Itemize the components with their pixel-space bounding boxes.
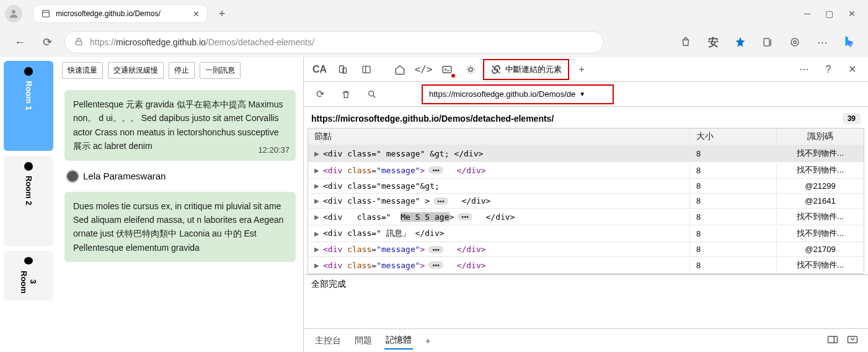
one-message-button[interactable]: 一則訊息 — [200, 62, 241, 79]
col-id: 識別碼 — [777, 129, 864, 145]
address-bar: ← ⟳ https://microsoftedge.github.io/Demo… — [0, 27, 868, 57]
cell-size: 8 — [690, 194, 777, 208]
expander-icon[interactable]: ▶ — [314, 167, 319, 174]
table-row[interactable]: ▶<div class="message">••• </div>8@21709 — [308, 242, 864, 257]
avatar-icon — [67, 171, 78, 182]
table-row[interactable]: ▶<div class=" 訊息」 </div>8找不到物件... — [308, 225, 864, 242]
extensions-icon[interactable] — [786, 34, 804, 51]
welcome-tab-icon[interactable] — [389, 58, 411, 81]
svg-rect-3 — [764, 38, 769, 46]
room-tab-2[interactable]: Room 2 — [4, 156, 53, 246]
fast-traffic-button[interactable]: 快速流量 — [62, 62, 103, 79]
drawer-issues-tab[interactable]: 問題 — [353, 333, 373, 349]
expander-icon[interactable]: ▶ — [314, 197, 319, 204]
maximize-button[interactable]: ▢ — [825, 9, 833, 19]
ellipsis-pill[interactable]: ••• — [428, 261, 443, 269]
tab-title: microsoftedge.github.io/Demos/ — [56, 9, 188, 18]
sources-tab-icon[interactable] — [459, 58, 482, 81]
cell-size: 8 — [690, 163, 777, 178]
window-controls: ─ ▢ ✕ — [804, 9, 863, 19]
url-text: https://microsoftedge.github.io/Demos/de… — [90, 37, 314, 47]
status-dot-icon — [24, 162, 33, 171]
bing-button[interactable] — [841, 34, 858, 51]
profile-avatar[interactable] — [5, 5, 22, 22]
detached-body: https://microsoftedge.github.io/Demos/de… — [304, 107, 868, 328]
new-tab-button[interactable]: + — [212, 4, 232, 24]
drawer-tabs: 主控台 問題 記憶體 + — [304, 328, 868, 352]
titlebar: microsoftedge.github.io/Demos/ ✕ + ─ ▢ ✕ — [0, 0, 868, 27]
search-icon[interactable] — [361, 83, 383, 106]
drawer-memory-tab[interactable]: 記憶體 — [384, 332, 413, 350]
expander-icon[interactable]: ▶ — [314, 183, 319, 189]
dock-icon[interactable] — [827, 335, 838, 346]
back-button[interactable]: ← — [10, 32, 30, 52]
col-node: 節點 — [308, 129, 690, 145]
table-row[interactable]: ▶<div class="message">••• </div>8找不到物件..… — [308, 162, 864, 179]
shopping-icon[interactable] — [677, 34, 694, 51]
table-row[interactable]: ▶<div class="message">••• </div>8找不到物件..… — [308, 257, 864, 274]
toggle-panel-icon[interactable] — [355, 58, 378, 81]
ellipsis-pill[interactable]: ••• — [458, 213, 472, 220]
drawer-console-tab[interactable]: 主控台 — [314, 333, 342, 349]
stop-button[interactable]: 停止 — [169, 62, 195, 79]
delete-icon[interactable] — [335, 83, 357, 106]
expander-icon[interactable]: ▶ — [314, 214, 319, 220]
cell-id: 找不到物件... — [777, 209, 864, 225]
cell-size: 8 — [690, 242, 777, 256]
favorite-star-icon[interactable] — [732, 34, 749, 51]
url-filter-text: https://microsoftedge.github.io/Demos/de — [429, 89, 575, 99]
elements-tab-icon[interactable]: </> — [412, 58, 435, 81]
add-tab-button[interactable]: + — [570, 58, 593, 81]
url-field[interactable]: https://microsoftedge.github.io/Demos/de… — [64, 31, 604, 53]
svg-point-0 — [12, 10, 16, 14]
close-devtools-button[interactable]: ✕ — [841, 58, 863, 81]
more-tools-icon[interactable]: ⋯ — [794, 58, 816, 81]
cell-id: @21641 — [777, 194, 864, 208]
author-name: Lela Parameswaran — [83, 171, 166, 181]
table-row[interactable]: ▶<div class=" Me S S age>••• </div>8找不到物… — [308, 209, 864, 225]
message-text: Pellentesque 元素 gravida 似乎在範本中提高 Maximus… — [73, 99, 283, 151]
expander-icon[interactable]: ▶ — [314, 150, 319, 157]
table-row[interactable]: ▶<div class=" message" &gt; </div>8找不到物件… — [308, 145, 864, 162]
col-size: 大小 — [690, 129, 777, 145]
table-row[interactable]: ▶<div class-"message" > ••• </div>8@2164… — [308, 194, 864, 209]
refresh-icon[interactable]: ⟳ — [309, 83, 331, 106]
ellipsis-pill[interactable]: ••• — [433, 197, 448, 205]
browser-tab[interactable]: microsoftedge.github.io/Demos/ ✕ — [33, 5, 207, 22]
room-tab-1[interactable]: Room 1 — [4, 61, 53, 151]
cell-size: 8 — [690, 227, 777, 241]
expand-drawer-icon[interactable] — [847, 335, 858, 346]
lock-icon — [74, 37, 84, 48]
svg-rect-1 — [43, 11, 50, 17]
detached-elements-tab[interactable]: 中斷連結的元素 — [483, 59, 569, 80]
expander-icon[interactable]: ▶ — [314, 262, 319, 269]
drawer-add-tab[interactable]: + — [424, 333, 432, 348]
cell-size: 8 — [690, 179, 777, 193]
collections-icon[interactable] — [759, 34, 776, 51]
expander-icon[interactable]: ▶ — [314, 246, 319, 253]
ellipsis-pill[interactable]: ••• — [428, 166, 443, 174]
help-icon[interactable]: ? — [817, 58, 839, 81]
minimize-button[interactable]: ─ — [804, 9, 810, 19]
table-row[interactable]: ▶<div class="message"&gt;8@21299 — [308, 179, 864, 194]
expander-icon[interactable]: ▶ — [314, 230, 319, 237]
close-icon[interactable]: ✕ — [193, 9, 200, 19]
reader-view-button[interactable]: 安 — [704, 34, 722, 51]
detached-table: 節點 大小 識別碼 ▶<div class=" message" &gt; </… — [308, 128, 864, 274]
inspect-mode-button[interactable]: CA — [309, 58, 330, 81]
url-filter-field[interactable]: https://microsoftedge.github.io/Demos/de… — [422, 84, 614, 104]
ellipsis-pill[interactable]: ••• — [428, 246, 443, 253]
svg-point-5 — [791, 38, 799, 46]
console-tab-icon[interactable] — [436, 58, 458, 81]
refresh-button[interactable]: ⟳ — [37, 32, 57, 52]
detached-toolbar: ⟳ https://microsoftedge.github.io/Demos/… — [304, 82, 868, 107]
overflow-menu-icon[interactable]: ⋯ — [813, 34, 831, 51]
svg-point-4 — [794, 41, 797, 44]
cell-size: 8 — [690, 210, 777, 224]
content-area: Room 1 Room 2 Room 3 快速流量 交通狀況緩慢 停止 一則訊息… — [0, 57, 868, 352]
slow-traffic-button[interactable]: 交通狀況緩慢 — [108, 62, 164, 79]
close-window-button[interactable]: ✕ — [848, 9, 856, 19]
cell-id: 找不到物件... — [777, 257, 864, 273]
device-emulation-icon[interactable] — [332, 58, 354, 81]
room-tab-3[interactable]: Room 3 — [4, 251, 53, 300]
